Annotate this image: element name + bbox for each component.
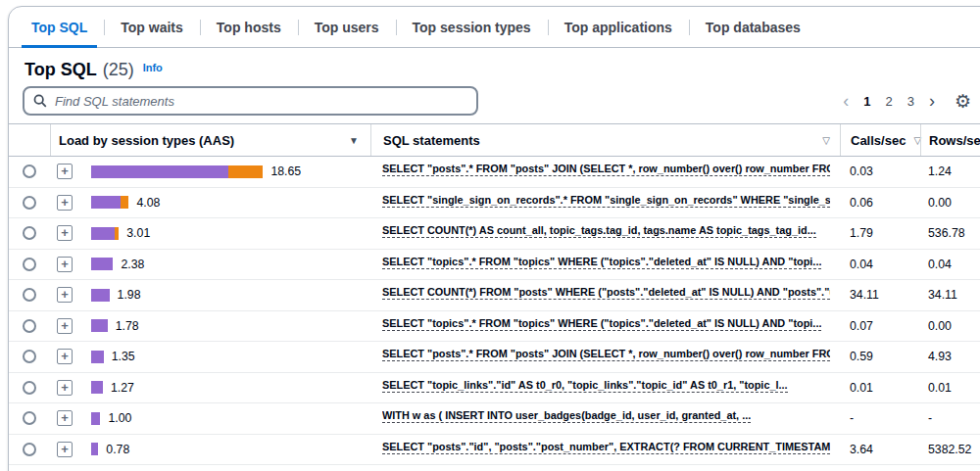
tab-top-applications[interactable]: Top applications xyxy=(548,7,689,47)
expand-row-icon[interactable]: + xyxy=(57,410,73,426)
table-row: +1.00WITH w as ( INSERT INTO user_badges… xyxy=(9,403,980,435)
table-row: +4.08SELECT "single_sign_on_records".* F… xyxy=(9,188,980,219)
select-column-header xyxy=(9,124,50,156)
load-bar xyxy=(91,289,110,302)
search-input[interactable] xyxy=(53,93,467,110)
row-select-radio[interactable] xyxy=(23,381,36,395)
row-select-radio[interactable] xyxy=(23,226,36,240)
preferences-gear-icon[interactable]: ⚙ xyxy=(955,92,971,111)
row-select-radio[interactable] xyxy=(23,288,36,302)
load-bar xyxy=(91,258,113,270)
page-number-2[interactable]: 2 xyxy=(885,94,892,109)
rows-per-sec-value: 0.04 xyxy=(920,258,980,271)
load-bar xyxy=(91,381,103,394)
calls-column-header[interactable]: Calls/sec ▽ xyxy=(840,124,920,156)
load-bar-segment-purple xyxy=(91,412,100,425)
pagination-pages: 123 xyxy=(863,94,914,109)
row-select-radio[interactable] xyxy=(23,319,36,333)
next-page-button[interactable]: › xyxy=(929,92,935,110)
row-select-radio[interactable] xyxy=(23,443,36,456)
expand-row-icon[interactable]: + xyxy=(57,195,73,211)
load-bar-segment-purple xyxy=(91,351,104,363)
row-select-radio[interactable] xyxy=(23,350,36,363)
rows-per-sec-value: 1.24 xyxy=(920,165,980,178)
load-bar xyxy=(91,196,128,209)
row-select-radio[interactable] xyxy=(23,258,36,271)
row-select-radio[interactable] xyxy=(23,196,36,210)
info-link[interactable]: Info xyxy=(143,62,163,73)
tab-label: Top session types xyxy=(413,20,531,35)
sql-sort-icon[interactable]: ▽ xyxy=(822,135,830,146)
sql-statement-link[interactable]: SELECT "topics".* FROM "topics" WHERE ("… xyxy=(382,317,821,331)
expand-row-icon[interactable]: + xyxy=(57,225,73,241)
row-select-radio[interactable] xyxy=(23,165,36,178)
sql-statement-link[interactable]: SELECT "topics".* FROM "topics" WHERE ("… xyxy=(382,256,821,269)
panel-title: Top SQL xyxy=(24,59,97,80)
tab-top-session-types[interactable]: Top session types xyxy=(396,7,548,47)
tab-label: Top SQL xyxy=(31,20,87,35)
tab-top-users[interactable]: Top users xyxy=(298,7,396,47)
calls-per-sec-value: 0.03 xyxy=(840,165,920,178)
load-column-header[interactable]: Load by session types (AAS) ▼ xyxy=(50,124,370,156)
calls-per-sec-value: 3.64 xyxy=(840,443,920,456)
sql-statement-link[interactable]: SELECT COUNT(*) AS count_all, topic_tags… xyxy=(382,224,816,238)
load-bar xyxy=(91,227,119,240)
expand-row-icon[interactable]: + xyxy=(57,257,73,272)
tab-top-waits[interactable]: Top waits xyxy=(104,7,200,47)
expand-row-icon[interactable]: + xyxy=(57,287,73,303)
table-row: +0.78SELECT "posts"."id", "posts"."post_… xyxy=(9,435,980,466)
expand-row-icon[interactable]: + xyxy=(57,442,73,457)
table-row: +2.38SELECT "topics".* FROM "topics" WHE… xyxy=(9,250,980,281)
load-value: 1.98 xyxy=(118,288,141,302)
table-toolbar: ‹ 123 › ⚙ xyxy=(9,86,980,116)
page-number-3[interactable]: 3 xyxy=(907,94,914,109)
tab-top-sql[interactable]: Top SQL xyxy=(15,7,104,47)
load-dropdown-icon[interactable]: ▼ xyxy=(349,135,359,146)
previous-page-button[interactable]: ‹ xyxy=(843,92,849,110)
table-row: +1.27SELECT "topic_links"."id" AS t0_r0,… xyxy=(9,373,980,404)
load-value: 1.27 xyxy=(111,381,134,395)
search-icon xyxy=(33,94,47,108)
calls-per-sec-value: 0.06 xyxy=(840,196,920,210)
tab-bar: Top SQLTop waitsTop hostsTop usersTop se… xyxy=(9,7,980,48)
page-number-1[interactable]: 1 xyxy=(863,94,870,109)
load-value: 3.01 xyxy=(126,226,150,240)
sql-column-label: SQL statements xyxy=(383,133,480,148)
load-bar xyxy=(91,351,104,363)
rows-per-sec-value: 536.78 xyxy=(920,226,980,240)
load-column-label: Load by session types (AAS) xyxy=(59,133,234,148)
load-bar-segment-purple xyxy=(91,289,110,302)
sql-statement-link[interactable]: SELECT COUNT(*) FROM "posts" WHERE ("pos… xyxy=(382,286,830,300)
sql-statement-link[interactable]: SELECT "posts".* FROM "posts" JOIN (SELE… xyxy=(382,163,830,176)
sql-column-header[interactable]: SQL statements ▽ xyxy=(370,124,840,156)
load-value: 1.78 xyxy=(116,319,139,333)
expand-row-icon[interactable]: + xyxy=(57,380,73,396)
expand-row-icon[interactable]: + xyxy=(57,349,73,364)
pagination: ‹ 123 › xyxy=(843,92,935,110)
row-select-radio[interactable] xyxy=(23,411,36,425)
load-bar-segment-purple xyxy=(91,165,228,178)
tab-top-hosts[interactable]: Top hosts xyxy=(200,7,298,47)
load-bar xyxy=(91,443,98,455)
sql-statement-link[interactable]: SELECT "posts".* FROM "posts" JOIN (SELE… xyxy=(382,348,830,361)
rows-column-header[interactable]: Rows/se xyxy=(920,124,980,156)
expand-row-icon[interactable]: + xyxy=(57,318,73,334)
calls-column-label: Calls/sec xyxy=(851,133,906,148)
table-row: +3.01SELECT COUNT(*) AS count_all, topic… xyxy=(9,218,980,250)
load-bar-segment-purple xyxy=(91,319,108,332)
sql-statement-link[interactable]: SELECT "single_sign_on_records".* FROM "… xyxy=(382,194,830,208)
table-header-row: Load by session types (AAS) ▼ SQL statem… xyxy=(9,123,980,157)
calls-per-sec-value: 0.07 xyxy=(840,319,920,333)
tab-label: Top waits xyxy=(121,20,183,35)
sql-statement-link[interactable]: SELECT "posts"."id", "posts"."post_numbe… xyxy=(382,441,830,454)
rows-per-sec-value: 4.93 xyxy=(920,350,980,363)
calls-per-sec-value: 0.04 xyxy=(840,258,920,271)
sql-statement-link[interactable]: WITH w as ( INSERT INTO user_badges(badg… xyxy=(382,409,751,423)
tab-top-databases[interactable]: Top databases xyxy=(689,7,817,47)
panel-count: (25) xyxy=(103,59,134,80)
load-bar-segment-purple xyxy=(91,258,113,270)
load-bar xyxy=(91,412,100,425)
expand-row-icon[interactable]: + xyxy=(57,164,73,179)
sql-statement-link[interactable]: SELECT "topic_links"."id" AS t0_r0, "top… xyxy=(382,379,788,393)
load-value: 2.38 xyxy=(121,258,144,271)
